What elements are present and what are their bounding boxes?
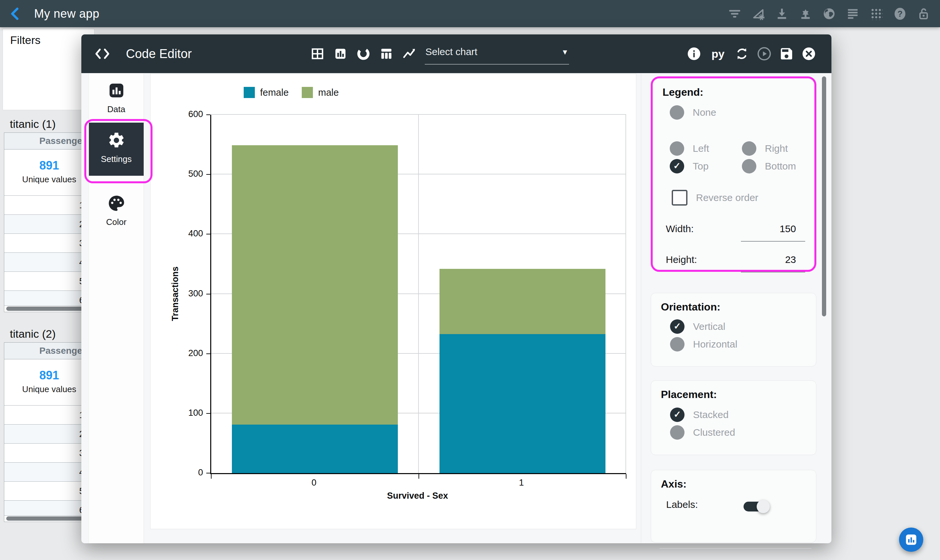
sync-icon[interactable] <box>734 46 749 61</box>
height-input[interactable]: 23 <box>741 254 805 272</box>
radio-icon[interactable] <box>670 337 684 351</box>
radio-placement-clustered[interactable]: Clustered <box>670 425 735 440</box>
upload-icon[interactable] <box>798 6 813 21</box>
toggle-thumb[interactable] <box>757 500 770 513</box>
checkbox-icon[interactable] <box>672 190 687 206</box>
globe-icon[interactable] <box>822 6 836 21</box>
table-row: 4 <box>4 252 94 271</box>
app-title: My new app <box>34 7 99 21</box>
horizontal-scrollbar[interactable] <box>4 306 94 312</box>
unique-values-cell: 891 Unique values <box>4 149 94 195</box>
radio-orientation-vertical[interactable]: Vertical <box>670 319 725 334</box>
orientation-section: Orientation: Vertical Horizontal <box>651 293 816 366</box>
y-tick-label: 0 <box>151 468 203 478</box>
save-icon[interactable] <box>779 46 794 61</box>
axis-section: Axis: Labels: <box>651 470 816 543</box>
gear-icon <box>107 131 126 149</box>
radio-icon-checked[interactable] <box>670 159 684 174</box>
table-row: 4 <box>4 462 94 481</box>
donut-chart-icon[interactable] <box>356 46 371 61</box>
download-icon[interactable] <box>775 6 789 21</box>
radio-icon[interactable] <box>670 425 684 440</box>
legend-height-row: Height: 23 <box>663 249 805 272</box>
table-row-partial: 6 <box>4 500 94 515</box>
scrollbar-thumb[interactable] <box>6 516 94 521</box>
scrollbar-thumb[interactable] <box>6 306 94 311</box>
column-header[interactable]: PassengerId <box>4 133 94 149</box>
labels-toggle[interactable] <box>744 502 767 511</box>
checkbox-reverse-order[interactable]: Reverse order <box>672 190 758 206</box>
orientation-heading: Orientation: <box>661 301 720 313</box>
radio-legend-none[interactable]: None <box>670 105 716 120</box>
select-chart-dropdown[interactable]: Select chart ▾ <box>425 44 569 65</box>
stacked-column-icon[interactable] <box>379 46 394 61</box>
app-screen: My new app ? <box>0 0 940 560</box>
table-row: 5 <box>4 271 94 291</box>
radio-icon-checked[interactable] <box>670 408 684 422</box>
tab-data[interactable]: Data <box>89 74 144 121</box>
run-icon[interactable] <box>757 46 772 61</box>
labels-label: Labels: <box>666 499 698 510</box>
info-icon[interactable] <box>686 46 701 61</box>
table-row: 2 <box>4 424 94 443</box>
back-button[interactable] <box>8 6 23 21</box>
bar-segment-female-1 <box>439 334 606 473</box>
radio-icon-checked[interactable] <box>670 319 684 334</box>
design-measure-icon[interactable] <box>751 6 766 21</box>
axis-divider <box>660 548 811 549</box>
lock-open-icon[interactable] <box>916 6 931 21</box>
table-row-partial: 6 <box>4 291 94 306</box>
radio-orientation-horizontal[interactable]: Horizontal <box>670 337 737 351</box>
legend-item-male[interactable]: male <box>302 87 339 98</box>
radio-legend-left[interactable]: Left <box>670 141 709 156</box>
width-input[interactable]: 150 <box>741 223 805 242</box>
legend-section: Legend: None Left Right Top Bottom <box>651 76 816 272</box>
line-chart-icon[interactable] <box>402 46 417 61</box>
vertical-scrollbar[interactable] <box>822 76 826 316</box>
radio-legend-right[interactable]: Right <box>742 141 788 156</box>
legend-label: male <box>318 87 339 98</box>
y-tick-label: 200 <box>151 348 203 358</box>
radio-legend-bottom[interactable]: Bottom <box>742 159 796 174</box>
topbar: My new app ? <box>0 0 940 27</box>
tab-color-label: Color <box>89 217 144 227</box>
radio-icon[interactable] <box>670 141 684 156</box>
radio-icon[interactable] <box>742 141 756 156</box>
data-table: PassengerId 891 Unique values 1 2 3 4 5 … <box>4 132 94 312</box>
grid-dots-icon[interactable] <box>869 6 884 21</box>
filter-icon[interactable] <box>727 6 742 21</box>
legend-width-row: Width: 150 <box>663 219 805 242</box>
table-chart-icon[interactable] <box>310 46 325 61</box>
horizontal-scrollbar[interactable] <box>4 515 94 522</box>
chart-fab-button[interactable] <box>899 528 923 552</box>
unique-count: 891 <box>4 159 94 172</box>
svg-text:?: ? <box>897 9 903 18</box>
radio-icon[interactable] <box>742 159 756 174</box>
bar-chart-icon[interactable] <box>333 46 348 61</box>
close-icon[interactable] <box>801 46 816 61</box>
legend-swatch <box>302 87 313 98</box>
dataset-card-titanic-1: titanic (1) PassengerId 891 Unique value… <box>3 113 94 302</box>
modal-actions: py <box>686 34 816 73</box>
legend-item-female[interactable]: female <box>244 87 289 98</box>
tab-settings[interactable]: Settings <box>89 123 144 176</box>
python-code-button[interactable]: py <box>709 48 727 60</box>
height-label: Height: <box>666 254 697 265</box>
radio-placement-stacked[interactable]: Stacked <box>670 408 729 422</box>
tab-settings-label: Settings <box>89 154 144 164</box>
legend-swatch <box>244 87 255 98</box>
radio-legend-top[interactable]: Top <box>670 159 709 174</box>
legend-heading: Legend: <box>663 86 703 98</box>
y-tick-label: 600 <box>151 109 203 119</box>
help-icon[interactable]: ? <box>893 6 907 21</box>
y-tick-label: 500 <box>151 169 203 179</box>
dataset-card-titanic-2: titanic (2) PassengerId 891 Unique value… <box>3 323 94 515</box>
filters-panel: Filters <box>3 29 94 110</box>
data-table: PassengerId 891 Unique values 1 2 3 4 5 … <box>4 342 94 522</box>
tab-color[interactable]: Color <box>89 191 144 234</box>
radio-icon[interactable] <box>670 105 684 120</box>
bar-segment-male-0 <box>232 145 398 425</box>
column-header[interactable]: PassengerId <box>4 343 94 359</box>
unique-count: 891 <box>4 369 94 382</box>
align-lines-icon[interactable] <box>846 6 860 21</box>
